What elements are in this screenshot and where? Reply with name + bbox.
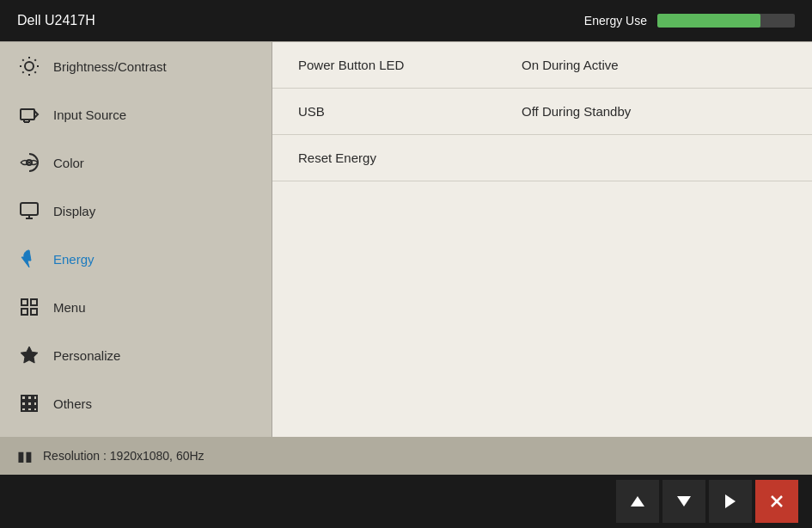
sidebar-label-color: Color xyxy=(53,156,84,170)
sidebar-item-personalize[interactable]: Personalize xyxy=(0,331,272,379)
power-button-led-row[interactable]: Power Button LED On During Active xyxy=(272,42,812,89)
svg-rect-26 xyxy=(27,402,32,406)
svg-line-8 xyxy=(34,59,35,60)
sidebar-label-others: Others xyxy=(53,396,92,411)
sidebar-label-menu: Menu xyxy=(53,300,86,315)
svg-line-7 xyxy=(22,71,23,72)
svg-rect-30 xyxy=(34,408,37,411)
svg-rect-29 xyxy=(27,408,32,411)
svg-marker-32 xyxy=(677,496,691,507)
top-bar: Dell U2417H Energy Use xyxy=(0,0,812,41)
main-content: Brightness/Contrast Input Source xyxy=(0,41,812,437)
sidebar-item-input-source[interactable]: Input Source xyxy=(0,90,272,138)
usb-row[interactable]: USB Off During Standby xyxy=(272,89,812,135)
svg-rect-20 xyxy=(31,309,37,315)
nav-down-button[interactable] xyxy=(662,480,705,523)
svg-rect-28 xyxy=(21,408,26,411)
sidebar-item-brightness-contrast[interactable]: Brightness/Contrast xyxy=(0,42,272,90)
svg-marker-21 xyxy=(21,347,38,363)
nav-close-button[interactable] xyxy=(755,480,798,523)
usb-label: USB xyxy=(298,104,522,119)
color-icon xyxy=(17,150,41,175)
svg-marker-31 xyxy=(631,496,644,507)
energy-use-container: Energy Use xyxy=(584,14,795,28)
svg-rect-24 xyxy=(34,396,37,400)
resolution-text: Resolution : 1920x1080, 60Hz xyxy=(43,449,205,463)
energy-icon xyxy=(17,247,41,271)
svg-rect-14 xyxy=(21,203,38,215)
energy-bar-background xyxy=(657,14,795,28)
brightness-icon xyxy=(17,54,41,78)
svg-rect-25 xyxy=(21,402,26,406)
sidebar-item-others[interactable]: Others xyxy=(0,379,272,427)
nav-right-button[interactable] xyxy=(709,480,752,523)
svg-rect-17 xyxy=(21,299,27,305)
reset-energy-label: Reset Energy xyxy=(298,150,522,165)
power-button-led-label: Power Button LED xyxy=(298,58,522,72)
input-source-icon xyxy=(17,102,41,126)
resolution-icon: ▮▮ xyxy=(17,448,33,464)
energy-bar-fill xyxy=(657,14,760,28)
menu-icon xyxy=(17,295,41,319)
energy-use-label: Energy Use xyxy=(584,14,647,28)
usb-value: Off During Standby xyxy=(522,104,631,119)
sidebar: Brightness/Contrast Input Source xyxy=(0,42,272,437)
svg-rect-27 xyxy=(34,402,37,406)
sidebar-item-display[interactable]: Display xyxy=(0,187,272,235)
svg-rect-22 xyxy=(21,396,26,400)
status-bar: ▮▮ Resolution : 1920x1080, 60Hz xyxy=(0,437,812,475)
sidebar-label-energy: Energy xyxy=(53,252,95,267)
svg-rect-19 xyxy=(21,309,27,315)
sidebar-item-color[interactable]: Color xyxy=(0,138,272,187)
right-panel: Power Button LED On During Active USB Of… xyxy=(272,42,812,437)
sidebar-label-display: Display xyxy=(53,204,95,218)
sidebar-item-energy[interactable]: Energy xyxy=(0,235,272,283)
others-icon xyxy=(17,391,41,415)
svg-line-3 xyxy=(22,59,23,60)
power-button-led-value: On During Active xyxy=(522,58,619,72)
display-icon xyxy=(17,199,41,223)
personalize-icon xyxy=(17,343,41,367)
bottom-nav xyxy=(0,475,812,528)
sidebar-item-menu[interactable]: Menu xyxy=(0,283,272,331)
svg-rect-18 xyxy=(31,299,37,305)
svg-line-4 xyxy=(34,71,35,72)
svg-rect-9 xyxy=(21,109,34,120)
svg-rect-23 xyxy=(27,396,32,400)
sidebar-label-input-source: Input Source xyxy=(53,107,126,122)
svg-point-0 xyxy=(25,62,34,71)
sidebar-label-brightness: Brightness/Contrast xyxy=(53,59,167,74)
nav-up-button[interactable] xyxy=(616,480,659,523)
reset-energy-row[interactable]: Reset Energy xyxy=(272,135,812,181)
monitor-title: Dell U2417H xyxy=(17,13,95,28)
svg-marker-33 xyxy=(725,494,736,508)
sidebar-label-personalize: Personalize xyxy=(53,348,120,363)
